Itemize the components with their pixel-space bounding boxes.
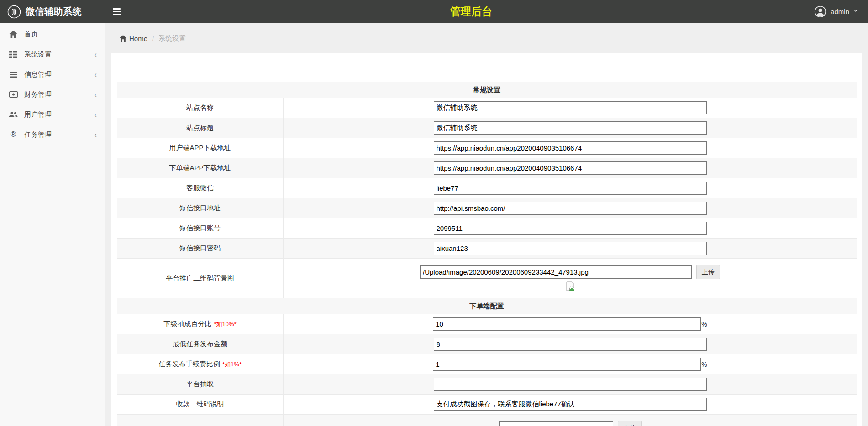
brand-title: 微信辅助系统 <box>26 5 82 18</box>
field-value-cell: 上传 <box>284 259 857 298</box>
sidebar-item-信息管理[interactable]: 信息管理‹ <box>0 64 105 84</box>
field-value-cell <box>284 118 857 138</box>
form-row: 最低任务发布金额 <box>117 334 857 354</box>
form-row: 短信接口账号 <box>117 218 857 239</box>
form-row: 客服微信 <box>117 178 857 198</box>
sidebar-item-label: 首页 <box>24 30 38 39</box>
field-label: 站点标题 <box>117 118 284 138</box>
sidebar-item-label: 信息管理 <box>24 70 52 79</box>
平台推广二维码背景图-input[interactable] <box>420 265 692 279</box>
field-label: 短信接口地址 <box>117 198 284 218</box>
sidebar-item-label: 财务管理 <box>24 90 52 99</box>
upload-button[interactable]: 上传 <box>696 265 720 279</box>
home-icon <box>8 31 18 38</box>
home-icon <box>120 35 126 42</box>
field-label-note: *如1%* <box>222 360 242 369</box>
breadcrumb-home-label: Home <box>129 35 147 42</box>
user-dropdown[interactable]: admin <box>814 0 858 23</box>
form-row: 收款二维码说明 <box>117 395 857 415</box>
field-label: 客服微信 <box>117 178 284 198</box>
breadcrumb-separator: / <box>152 35 154 42</box>
用户端APP下载地址-input[interactable] <box>434 141 707 155</box>
field-value-cell <box>284 395 857 414</box>
field-label: 站点名称 <box>117 98 284 118</box>
field-value-cell <box>284 138 857 158</box>
field-value-cell: 上传 <box>284 415 857 426</box>
chevron-down-icon <box>853 5 858 13</box>
main-content: Home / 系统设置 常规设置站点名称站点标题用户端APP下载地址下单端APP… <box>105 23 868 426</box>
下级抽成百分比-input[interactable] <box>433 317 701 331</box>
field-value-cell <box>284 98 857 118</box>
avatar-icon <box>814 5 826 18</box>
field-value-cell <box>284 158 857 178</box>
站点名称-input[interactable] <box>434 101 707 114</box>
form-row: 用户端APP下载地址 <box>117 138 857 158</box>
sidebar-item-财务管理[interactable]: 财务管理‹ <box>0 84 105 104</box>
form-row: 平台抽取 <box>117 374 857 395</box>
sidebar-item-label: 系统设置 <box>24 50 52 59</box>
form-row: 下单端APP下载地址 <box>117 158 857 178</box>
field-label: 平台推广二维码背景图 <box>117 259 284 298</box>
field-value-cell <box>284 218 857 238</box>
field-label-note: *如10%* <box>214 320 236 328</box>
短信接口密码-input[interactable] <box>434 242 707 255</box>
下单端APP下载地址-input[interactable] <box>434 161 707 175</box>
任务发布手续费比例-input[interactable] <box>433 358 701 371</box>
短信接口地址-input[interactable] <box>434 202 707 215</box>
section-header: 常规设置 <box>117 82 857 98</box>
field-value-cell <box>284 178 857 198</box>
breadcrumb: Home / 系统设置 <box>105 23 868 53</box>
站点标题-input[interactable] <box>434 121 707 135</box>
breadcrumb-current: 系统设置 <box>158 34 186 43</box>
form-row: 平台推广二维码背景图上传 <box>117 259 857 298</box>
field-label: 短信接口账号 <box>117 218 284 238</box>
logo-icon <box>7 5 21 19</box>
field-label: 任务发布手续费比例*如1%* <box>117 354 284 374</box>
field-value-cell: % <box>284 314 857 334</box>
field-label: 平台抽取 <box>117 374 284 394</box>
field-label: 下级抽成百分比*如10%* <box>117 314 284 334</box>
percent-suffix: % <box>701 321 707 328</box>
settings-card: 常规设置站点名称站点标题用户端APP下载地址下单端APP下载地址客服微信短信接口… <box>111 53 862 426</box>
user-name: admin <box>831 8 849 16</box>
form-row: 下级抽成百分比*如10%*% <box>117 314 857 334</box>
field-label: 收款二维码 <box>117 415 284 426</box>
sidebar-item-label: 用户管理 <box>24 110 52 119</box>
最低任务发布金额-input[interactable] <box>434 338 707 351</box>
top-bar: 微信辅助系统 管理后台 admin <box>0 0 868 23</box>
chevron-left-icon: ‹ <box>94 71 97 78</box>
money-icon <box>8 91 18 98</box>
form-row: 短信接口密码 <box>117 239 857 259</box>
page-title: 管理后台 <box>450 5 492 19</box>
sidebar-item-首页[interactable]: 首页 <box>0 24 105 44</box>
form-row: 短信接口地址 <box>117 198 857 218</box>
settings-table: 常规设置站点名称站点标题用户端APP下载地址下单端APP下载地址客服微信短信接口… <box>117 82 857 426</box>
field-value-cell <box>284 374 857 394</box>
field-value-cell <box>284 334 857 354</box>
hamburger-menu-icon[interactable] <box>113 8 121 15</box>
sidebar-item-系统设置[interactable]: 系统设置‹ <box>0 44 105 64</box>
短信接口账号-input[interactable] <box>434 222 707 235</box>
form-row: 收款二维码上传 <box>117 415 857 426</box>
field-label: 收款二维码说明 <box>117 395 284 414</box>
field-value-cell: % <box>284 354 857 374</box>
form-row: 站点标题 <box>117 118 857 138</box>
收款二维码说明-input[interactable] <box>434 398 707 411</box>
th-list-icon <box>8 51 18 58</box>
field-label: 用户端APP下载地址 <box>117 138 284 158</box>
收款二维码-input[interactable] <box>499 421 613 426</box>
chevron-left-icon: ‹ <box>94 91 97 99</box>
upload-button[interactable]: 上传 <box>618 421 642 426</box>
平台抽取-input[interactable] <box>434 378 707 391</box>
brand: 微信辅助系统 <box>0 5 105 19</box>
breadcrumb-home-link[interactable]: Home <box>120 35 147 42</box>
sidebar-item-用户管理[interactable]: 用户管理‹ <box>0 104 105 125</box>
field-label: 短信接口密码 <box>117 239 284 258</box>
broken-image-icon <box>566 281 574 293</box>
sidebar-item-任务管理[interactable]: ®任务管理‹ <box>0 125 105 145</box>
chevron-left-icon: ‹ <box>94 131 97 139</box>
客服微信-input[interactable] <box>434 182 707 195</box>
users-icon <box>8 111 18 118</box>
form-row: 站点名称 <box>117 98 857 118</box>
form-row: 任务发布手续费比例*如1%*% <box>117 354 857 374</box>
